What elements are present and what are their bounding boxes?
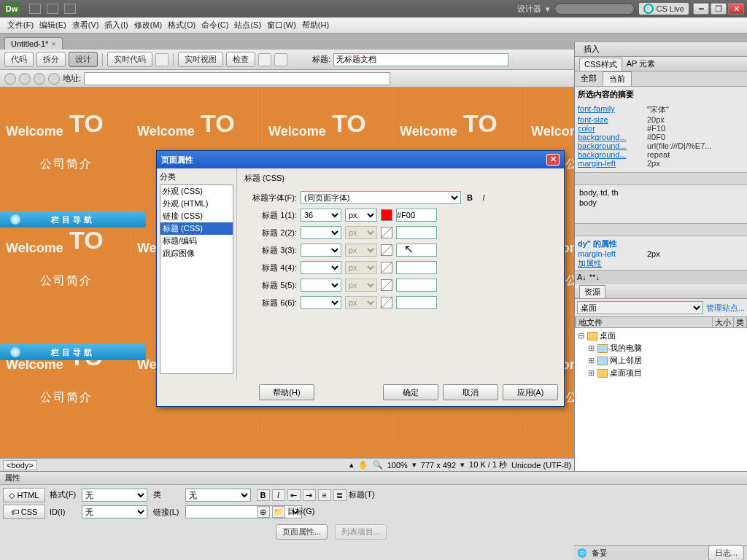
css-mini-toolbar[interactable] [575, 172, 747, 185]
pointer-icon[interactable]: ▴ [349, 460, 354, 470]
title-font-select[interactable]: (同页面字体) [301, 191, 461, 204]
color-swatch[interactable] [381, 227, 392, 238]
color-swatch[interactable] [381, 244, 392, 256]
zoom-value[interactable]: 100% [387, 461, 408, 470]
refresh-icon[interactable] [155, 53, 169, 66]
back-icon[interactable] [4, 73, 16, 85]
heading-color-input[interactable] [396, 209, 437, 222]
workspace-label[interactable]: 设计器 [517, 4, 541, 15]
close-button[interactable]: ✕ [728, 3, 744, 15]
tree-node[interactable]: ⊞桌面项目 [576, 367, 746, 379]
id-select[interactable]: 无 [82, 505, 147, 518]
dimensions[interactable]: 777 x 492 [421, 461, 456, 470]
ok-button[interactable]: 确定 [383, 384, 438, 400]
tree-node[interactable]: ⊟桌面 [576, 330, 746, 342]
heading-size-select[interactable] [301, 226, 341, 239]
tag-selector[interactable]: <body> [3, 460, 37, 470]
dialog-titlebar[interactable]: 页面属性 ✕ [157, 151, 564, 168]
heading-size-select[interactable] [301, 244, 341, 257]
tree-node[interactable]: ⊞我的电脑 [576, 342, 746, 354]
indent-icon[interactable]: ⇥ [303, 489, 316, 501]
assets-tab[interactable]: 资源 [579, 285, 605, 298]
category-item[interactable]: 链接 (CSS) [160, 210, 233, 222]
heading-color-input[interactable] [396, 279, 437, 292]
outdent-icon[interactable]: ⇤ [287, 489, 301, 501]
heading-unit-select[interactable]: px [345, 209, 377, 222]
menu-site[interactable]: 站点(S) [231, 20, 264, 31]
close-icon[interactable]: × [51, 39, 55, 48]
css-all-button[interactable]: 全部 [575, 71, 603, 86]
page-properties-button[interactable]: 页面属性... [276, 524, 328, 540]
css-rules-list[interactable]: body, td, thbody [575, 185, 747, 223]
search-input[interactable] [554, 3, 635, 15]
menu-file[interactable]: 文件(F) [4, 20, 36, 31]
multiscreen-icon[interactable] [258, 53, 271, 66]
css-sort-bar[interactable]: A↓**↓ [575, 270, 747, 283]
globe-icon[interactable]: 🌐 [577, 548, 587, 558]
document-tab[interactable]: Untitled-1* × [4, 37, 63, 50]
heading-size-select[interactable]: 36 [301, 209, 341, 222]
ul-icon[interactable]: ≡ [318, 489, 331, 501]
live-code-button[interactable]: 实时代码 [107, 52, 152, 67]
ol-icon[interactable]: ≣ [333, 489, 347, 501]
hand-icon[interactable]: ✋ [358, 460, 368, 470]
css-properties[interactable]: dy" 的属性 margin-left2px 加属性 [575, 236, 747, 270]
menu-insert[interactable]: 插入(I) [101, 20, 131, 31]
maximize-button[interactable]: ❐ [711, 3, 727, 15]
apply-button[interactable]: 应用(A) [503, 384, 558, 400]
site-select[interactable]: 桌面 [577, 301, 703, 314]
menu-window[interactable]: 窗口(W) [264, 20, 299, 31]
class-select[interactable]: 无 [185, 489, 251, 502]
add-property-link[interactable]: 加属性 [578, 258, 744, 269]
css-mini-toolbar[interactable] [575, 223, 747, 236]
html-mode-button[interactable]: ◇ HTML [3, 488, 45, 502]
tree-node[interactable]: ⊞网上邻居 [576, 354, 746, 367]
color-swatch[interactable] [381, 262, 392, 273]
color-swatch[interactable] [381, 209, 392, 221]
cancel-button[interactable]: 取消 [443, 384, 498, 400]
italic-icon[interactable]: I [272, 489, 285, 501]
address-input[interactable] [84, 72, 390, 85]
menu-format[interactable]: 格式(O) [165, 20, 198, 31]
properties-title[interactable]: 属性 [0, 472, 747, 485]
category-item[interactable]: 跟踪图像 [160, 247, 233, 260]
code-view-button[interactable]: 代码 [4, 52, 34, 67]
live-view-button[interactable]: 实时视图 [178, 52, 223, 67]
category-item[interactable]: 标题/编码 [160, 235, 233, 247]
menu-edit[interactable]: 编辑(E) [36, 20, 69, 31]
heading-size-select[interactable] [301, 279, 341, 292]
split-view-button[interactable]: 拆分 [36, 52, 66, 67]
stop-icon[interactable] [34, 73, 45, 85]
css-styles-tab[interactable]: CSS样式 [579, 58, 622, 71]
forward-icon[interactable] [19, 73, 31, 85]
chevron-down-icon[interactable]: ▾ [546, 4, 550, 14]
design-view-button[interactable]: 设计 [69, 52, 98, 67]
heading-color-input[interactable] [396, 226, 437, 239]
insert-panel-tab[interactable]: 插入 [575, 42, 747, 57]
css-current-button[interactable]: 当前 [603, 71, 632, 86]
color-swatch[interactable] [381, 279, 392, 291]
bold-icon[interactable]: B [465, 193, 475, 202]
log-button[interactable]: 日志... [708, 545, 744, 560]
menu-view[interactable]: 查看(V) [69, 20, 102, 31]
category-list[interactable]: 外观 (CSS)外观 (HTML)链接 (CSS)标题 (CSS)标题/编码跟踪… [160, 184, 233, 374]
category-item[interactable]: 外观 (CSS) [160, 185, 233, 198]
layout-switcher[interactable] [29, 4, 76, 14]
heading-color-input[interactable] [396, 261, 437, 274]
color-swatch[interactable] [381, 297, 392, 308]
menu-commands[interactable]: 命令(C) [198, 20, 231, 31]
category-item[interactable]: 外观 (HTML) [160, 198, 233, 210]
menu-help[interactable]: 帮助(H) [299, 20, 332, 31]
help-button[interactable]: 帮助(H) [259, 384, 314, 400]
heading-color-input[interactable] [396, 244, 437, 257]
heading-size-select[interactable] [301, 296, 341, 309]
heading-size-select[interactable] [301, 261, 341, 274]
folder-icon[interactable]: 📁 [272, 506, 285, 518]
cslive-button[interactable]: CS Live [639, 3, 689, 15]
file-tree[interactable]: ⊟桌面⊞我的电脑⊞网上邻居⊞桌面项目 [575, 328, 747, 481]
css-summary-list[interactable]: font-family"宋体"font-size20pxcolor#F10bac… [575, 102, 747, 172]
document-title-input[interactable] [333, 53, 508, 66]
home-icon[interactable] [48, 73, 60, 85]
zoom-icon[interactable]: 🔍 [373, 460, 383, 470]
menu-modify[interactable]: 修改(M) [131, 20, 166, 31]
